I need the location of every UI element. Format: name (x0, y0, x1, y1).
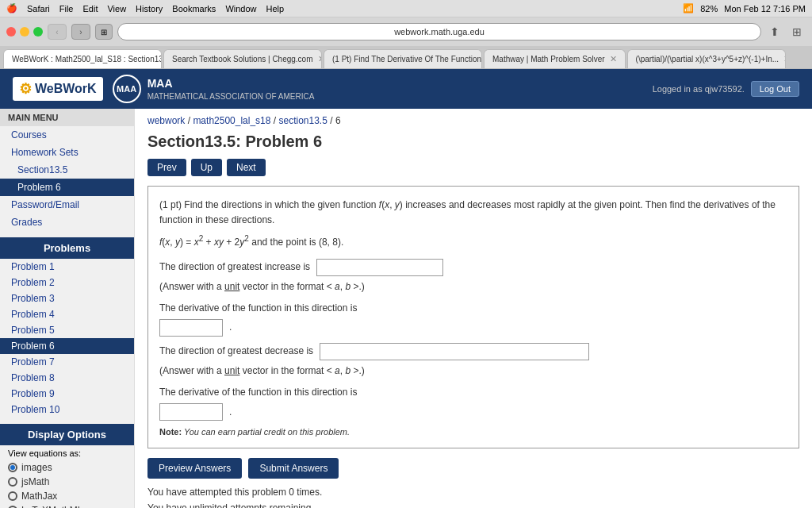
radio-images[interactable]: images (8, 460, 126, 475)
battery-label: 82% (700, 4, 718, 13)
tab-partial-close[interactable]: ✕ (783, 54, 785, 64)
minimize-window-button[interactable] (20, 27, 29, 37)
address-bar[interactable]: webwork.math.uga.edu (117, 23, 761, 40)
share-button[interactable]: ⬆ (766, 24, 783, 40)
tab-mathway[interactable]: Mathway | Math Problem Solver ✕ (484, 49, 626, 68)
safari-label[interactable]: Safari (27, 4, 50, 13)
main-area: MAIN MENU Courses Homework Sets Section1… (0, 109, 812, 508)
sidebar-problem-4[interactable]: Problem 4 (0, 306, 134, 322)
bookmarks-menu[interactable]: Bookmarks (172, 4, 216, 13)
forward-button[interactable]: › (71, 24, 90, 40)
file-menu[interactable]: File (59, 4, 74, 13)
problem-description: (1 pt) Find the directions in which the … (159, 198, 787, 228)
radio-latexmathml[interactable]: LaTeXMathML (8, 503, 126, 508)
point-display: and the point is (8, 8). (251, 237, 343, 248)
tab-chegg-label: Search Textbook Solutions | Chegg.com (172, 55, 313, 64)
radio-jsmath[interactable]: jsMath (8, 475, 126, 489)
next-button[interactable]: Next (227, 159, 266, 176)
content-area: webwork / math2500_lal_s18 / section13.5… (135, 109, 812, 508)
attempt-info-1: You have attempted this problem 0 times. (147, 487, 799, 498)
sidebar-item-password-email[interactable]: Password/Email (0, 196, 134, 214)
attempt-info-2: You have unlimited attempts remaining. (147, 502, 799, 508)
traffic-lights (6, 27, 43, 37)
sidebar-item-homework-sets[interactable]: Homework Sets (0, 144, 134, 161)
derivative-increase-label: The derivative of the function in this d… (159, 301, 787, 316)
derivative-decrease-input[interactable] (159, 403, 223, 421)
tab-mathway-close[interactable]: ✕ (610, 54, 617, 64)
sidebar-problem-5[interactable]: Problem 5 (0, 322, 134, 338)
breadcrumb-webwork[interactable]: webwork (147, 115, 185, 126)
browser-chrome: ‹ › ⊞ webwork.math.uga.edu ⬆ ⊞ WeBWorK :… (0, 17, 812, 69)
maa-logo: MAA MAA MATHEMATICAL ASSOCIATION OF AMER… (113, 75, 315, 103)
breadcrumb-problem: 6 (335, 115, 341, 126)
note-text: You can earn partial credit on this prob… (184, 427, 350, 437)
radio-images-label: images (21, 462, 52, 473)
logout-button[interactable]: Log Out (751, 81, 799, 97)
sidebar-problem-9[interactable]: Problem 9 (0, 386, 134, 402)
sidebar-problem-2[interactable]: Problem 2 (0, 275, 134, 291)
sidebar-item-problem6[interactable]: Problem 6 (0, 179, 134, 196)
view-equations-group: View equations as: images jsMath MathJax… (0, 445, 134, 508)
back-button[interactable]: ‹ (48, 24, 67, 40)
problem-title: Section13.5: Problem 6 (147, 133, 799, 151)
sidebar-problem-10[interactable]: Problem 10 (0, 402, 134, 418)
greatest-increase-input[interactable] (316, 259, 443, 276)
sidebar-item-section13-5[interactable]: Section13.5 (0, 161, 134, 179)
greatest-decrease-input[interactable] (320, 343, 589, 360)
breadcrumb-section[interactable]: section13.5 (278, 115, 327, 126)
edit-menu[interactable]: Edit (82, 4, 98, 13)
sidebar-item-courses[interactable]: Courses (0, 126, 134, 144)
tab-overview-button[interactable]: ⊞ (95, 24, 113, 40)
sidebar-problem-6[interactable]: Problem 6 (0, 338, 134, 354)
new-tab-button[interactable]: ⊞ (788, 24, 806, 40)
tab-partial[interactable]: (\partial)/(\partial x)(x^3+y^5+z)^(-1)+… (627, 49, 786, 68)
main-menu-title: MAIN MENU (0, 109, 134, 126)
sidebar-problem-3[interactable]: Problem 3 (0, 291, 134, 306)
submit-answers-button[interactable]: Submit Answers (248, 458, 339, 479)
increase-input-row: The direction of greatest increase is (159, 259, 787, 276)
help-menu[interactable]: Help (266, 4, 285, 13)
answer-format-1: (Answer with a unit vector in the format… (159, 279, 787, 294)
action-buttons: Preview Answers Submit Answers (147, 458, 799, 479)
radio-mathjax-circle[interactable] (8, 491, 17, 501)
breadcrumb-course[interactable]: math2500_lal_s18 (193, 115, 270, 126)
radio-mathjax[interactable]: MathJax (8, 489, 126, 503)
tab-chegg-close[interactable]: ✕ (318, 54, 322, 64)
sidebar: MAIN MENU Courses Homework Sets Section1… (0, 109, 135, 508)
radio-jsmath-label: jsMath (21, 476, 49, 487)
radio-jsmath-circle[interactable] (8, 477, 17, 487)
webwork-logo[interactable]: ⚙ WeBWorK (13, 77, 103, 101)
preview-answers-button[interactable]: Preview Answers (147, 458, 242, 479)
history-menu[interactable]: History (136, 4, 163, 13)
derivative-decrease-input-row: . (159, 403, 787, 421)
display-options-box: Display Options (0, 424, 134, 445)
prev-button[interactable]: Prev (147, 159, 186, 176)
note-label: Note: (159, 427, 182, 437)
decrease-section: The direction of greatest decrease is (A… (159, 343, 787, 421)
breadcrumb: webwork / math2500_lal_s18 / section13.5… (147, 115, 799, 126)
logged-in-text: Logged in as qjw73592. (653, 84, 745, 94)
increase-section: The direction of greatest increase is (A… (159, 259, 787, 337)
webwork-icon: ⚙ (19, 80, 32, 98)
problems-box: Problems (0, 237, 134, 259)
note-line: Note: You can earn partial credit on thi… (159, 427, 787, 437)
derivative-increase-input-row: . (159, 319, 787, 337)
close-window-button[interactable] (6, 27, 16, 37)
radio-images-circle[interactable] (8, 463, 17, 472)
answer-format-2: (Answer with a unit vector in the format… (159, 364, 787, 379)
up-button[interactable]: Up (191, 159, 222, 176)
tab-derivative[interactable]: (1 Pt) Find The Derivative Of The Functi… (324, 49, 482, 68)
sidebar-problem-8[interactable]: Problem 8 (0, 370, 134, 386)
sidebar-problem-7[interactable]: Problem 7 (0, 354, 134, 370)
apple-menu[interactable]: 🍎 (6, 3, 17, 13)
sidebar-problem-1[interactable]: Problem 1 (0, 259, 134, 275)
view-menu[interactable]: View (107, 4, 126, 13)
tab-webwork[interactable]: WeBWorK : Math2500_lal_S18 : Section13..… (3, 49, 162, 68)
window-menu[interactable]: Window (225, 4, 256, 13)
radio-latexmathml-label: LaTeXMathML (21, 505, 82, 508)
derivative-increase-input[interactable] (159, 319, 223, 337)
tab-chegg[interactable]: Search Textbook Solutions | Chegg.com ✕ (163, 49, 322, 68)
webwork-label: WeBWorK (35, 82, 97, 96)
maximize-window-button[interactable] (33, 27, 43, 37)
sidebar-item-grades[interactable]: Grades (0, 214, 134, 231)
